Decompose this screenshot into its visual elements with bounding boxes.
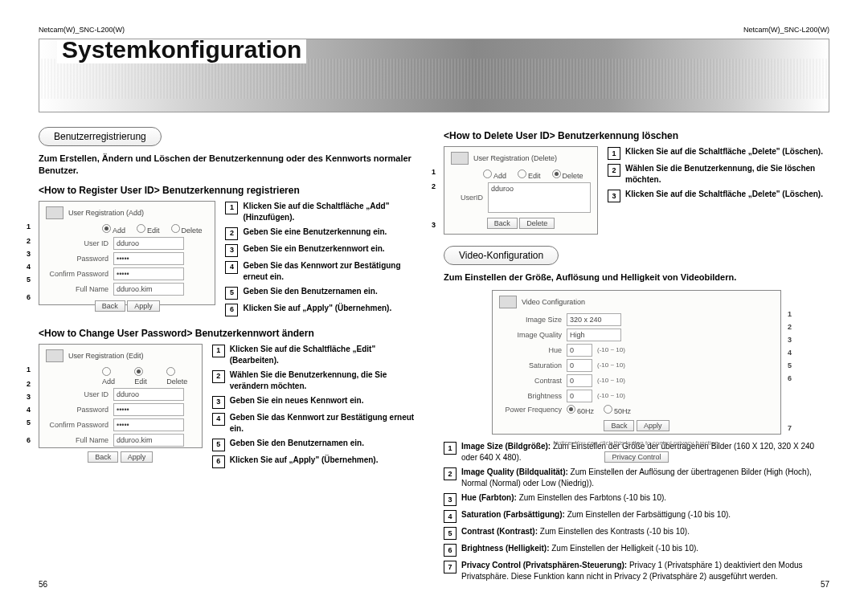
left-column: Benutzerregistrierung Zum Erstellen, Änd… [39, 122, 424, 586]
back-button[interactable]: Back [95, 300, 125, 312]
panel-title: User Registration (Delete) [473, 154, 557, 162]
select-image-size[interactable]: 320 x 240 [567, 313, 621, 326]
select-userid[interactable]: dduroo [113, 388, 184, 401]
page-banner: Systemkonfiguration [39, 39, 829, 112]
callout-2: 2 [27, 237, 31, 245]
input-confirm[interactable]: ••••• [113, 418, 184, 431]
input-fullname[interactable]: dduroo.kim [113, 434, 184, 447]
label-userid: User ID [46, 239, 108, 247]
panel-title: User Registration (Add) [68, 209, 144, 217]
back-button[interactable]: Back [487, 218, 518, 229]
panel-title: User Registration (Edit) [68, 352, 144, 360]
right-column: <How to Delete User ID> Benutzerkennung … [444, 122, 829, 586]
note-privacy: Notice: You can click this button to con… [499, 439, 774, 447]
input-confirm[interactable]: ••••• [113, 267, 184, 280]
section-tag-video: Video-Konfiguration [444, 246, 559, 265]
header-left: Netcam(W)_SNC-L200(W) [39, 26, 125, 34]
radio-60hz[interactable]: 60Hz [567, 405, 594, 415]
input-password[interactable]: ••••• [113, 252, 184, 265]
input-saturation[interactable]: 0 [567, 359, 592, 372]
radio-edit[interactable]: Edit [518, 169, 541, 180]
intro-user-reg: Zum Erstellen, Ändern und Löschen der Be… [39, 153, 424, 177]
screenshot-register-delete: User Registration (Delete) Add Edit Dele… [444, 146, 598, 235]
apply-button[interactable]: Apply [637, 420, 669, 431]
callout-1: 1 [27, 222, 31, 231]
panel-icon [46, 206, 63, 219]
radio-add[interactable]: Add [102, 224, 125, 235]
delete-button[interactable]: Delete [519, 218, 555, 229]
label-password: Password [46, 255, 108, 263]
page-title: Systemkonfiguration [57, 39, 306, 63]
panel-title: Video Configuration [522, 298, 585, 306]
label-confirm: Confirm Password [46, 270, 108, 278]
select-image-quality[interactable]: High [567, 329, 621, 341]
screenshot-video-config: Video Configuration Image Size320 x 240 … [492, 290, 781, 435]
header-right: Netcam(W)_SNC-L200(W) [743, 26, 829, 34]
input-hue[interactable]: 0 [567, 344, 592, 357]
back-button[interactable]: Back [88, 451, 118, 463]
subhead-change: <How to Change User Password> Benutzerke… [39, 328, 424, 339]
radio-delete[interactable]: Delete [171, 224, 203, 235]
input-password[interactable]: ••••• [113, 403, 184, 416]
input-brightness[interactable]: 0 [567, 390, 592, 402]
radio-delete[interactable]: Delete [552, 169, 583, 180]
document-page: Netcam(W)_SNC-L200(W) Netcam(W)_SNC-L200… [0, 0, 868, 600]
radio-delete[interactable]: Delete [166, 367, 194, 386]
input-contrast[interactable]: 0 [567, 374, 592, 387]
page-number-left: 56 [39, 580, 47, 589]
subhead-delete: <How to Delete User ID> Benutzerkennung … [444, 130, 829, 141]
panel-icon [499, 296, 517, 308]
steps-change: 1Klicken Sie auf die Schaltfläche „Edit"… [212, 344, 424, 471]
apply-button[interactable]: Apply [121, 451, 154, 463]
radio-edit[interactable]: Edit [134, 367, 155, 386]
label-fullname: Full Name [46, 285, 108, 293]
callout-6: 6 [27, 293, 31, 301]
subhead-register: <How to Register User ID> Benutzerkennun… [39, 185, 424, 196]
screenshot-register-edit: User Registration (Edit) Add Edit Delete… [39, 344, 203, 448]
panel-icon [46, 349, 63, 362]
callout-4: 4 [27, 263, 31, 271]
privacy-control-button[interactable]: Privacy Control [604, 451, 668, 463]
intro-video: Zum Einstellen der Größe, Auflösung und … [444, 271, 829, 284]
steps-register: 1Klicken Sie auf die Schaltfläche „Add" … [225, 201, 424, 320]
back-button[interactable]: Back [604, 420, 634, 431]
callout-5: 5 [27, 276, 31, 284]
section-tag-user-reg: Benutzerregistrierung [39, 127, 162, 146]
input-fullname[interactable]: dduroo.kim [113, 283, 184, 296]
steps-delete: 1Klicken Sie auf die Schaltfläche „Delet… [608, 146, 829, 206]
header-bar: Netcam(W)_SNC-L200(W) Netcam(W)_SNC-L200… [39, 26, 829, 34]
radio-50hz[interactable]: 50Hz [604, 405, 631, 415]
input-userid[interactable]: dduroo [113, 237, 184, 250]
screenshot-register-add: User Registration (Add) Add Edit Delete … [39, 201, 215, 305]
page-number-right: 57 [821, 580, 829, 589]
radio-add[interactable]: Add [483, 169, 506, 180]
panel-icon [451, 152, 469, 165]
list-userid[interactable]: dduroo [488, 182, 591, 213]
apply-button[interactable]: Apply [127, 300, 160, 312]
radio-add[interactable]: Add [102, 367, 123, 386]
radio-edit[interactable]: Edit [137, 224, 160, 235]
callout-3: 3 [27, 250, 31, 258]
